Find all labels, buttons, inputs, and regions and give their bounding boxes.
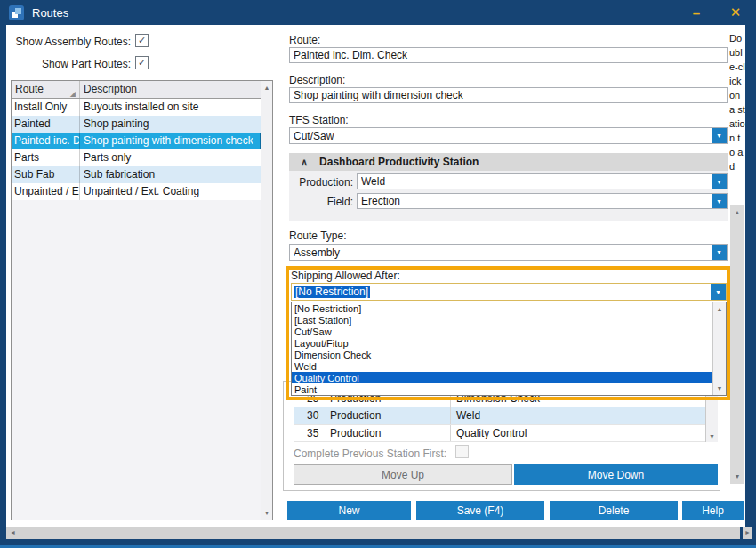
description-field-label: Description: [289, 74, 345, 86]
scroll-up-icon[interactable]: ▲ [730, 209, 744, 215]
tfs-station-value: Cut/Saw [294, 128, 711, 143]
scroll-down-icon[interactable]: ▼ [706, 433, 718, 439]
dropdown-scrollbar[interactable]: ▲ ▼ [712, 302, 726, 395]
show-assembly-routes-label: Show Assembly Routes: [11, 36, 131, 48]
station-seq-cell: 30 [294, 407, 326, 423]
table-row[interactable]: Unpainted / Ext Unpainted / Ext. Coating [12, 183, 261, 200]
title-bar: Routes – ✕ [0, 0, 756, 25]
help-button[interactable]: Help [682, 501, 744, 520]
stations-table: 25 Production Dimension Check 30 Product… [294, 391, 718, 442]
route-cell: Unpainted / Ext [12, 183, 80, 200]
new-button[interactable]: New [287, 501, 411, 520]
table-row[interactable]: Painted Shop painting [12, 116, 261, 133]
table-empty-area [12, 200, 261, 520]
scroll-left-icon[interactable]: ◄ [10, 529, 16, 536]
production-label: Production: [291, 176, 353, 189]
routes-table: Route ◢ Description Install Only Buyouts… [11, 80, 273, 520]
route-cell: Painted [12, 116, 80, 133]
description-cell: Shop painting [80, 116, 261, 133]
station-name-cell: Weld [451, 409, 705, 422]
dropdown-option[interactable]: Dimension Check [292, 349, 712, 360]
description-cell: Buyouts installed on site [80, 99, 261, 116]
field-value: Erection [361, 194, 711, 208]
route-cell: Sub Fab [12, 166, 80, 183]
route-input[interactable]: Painted inc. Dim. Check [289, 47, 728, 63]
dropdown-option[interactable]: Layout/Fitup [292, 337, 712, 349]
station-row[interactable]: 35 Production Quality Control [294, 425, 705, 442]
side-note-text: Double-click on a station to ad [729, 31, 745, 206]
horizontal-scrollbar-track[interactable]: ◄ [6, 527, 740, 539]
dashboard-section-title: Dashboard Productivity Station [319, 156, 479, 168]
station-type-cell: Production [326, 407, 451, 423]
station-type-cell: Production [326, 425, 451, 441]
description-input[interactable]: Shop painting with dimension check [289, 87, 728, 103]
chevron-down-icon[interactable]: ▼ [712, 128, 727, 143]
tfs-station-combobox[interactable]: Cut/Saw ▼ [289, 127, 728, 144]
chevron-down-icon[interactable]: ▼ [712, 194, 727, 208]
table-row[interactable]: Sub Fab Sub fabrication [12, 166, 261, 183]
scroll-right-cell[interactable]: ► [743, 527, 752, 539]
app-icon [9, 5, 24, 20]
sort-ascending-icon: ◢ [70, 85, 76, 102]
shipping-allowed-after-combobox[interactable]: [No Restriction] ▼ [291, 283, 727, 301]
column-header-route-label: Route [15, 83, 44, 95]
scroll-down-icon[interactable]: ▼ [713, 385, 726, 391]
window-title: Routes [32, 6, 68, 20]
column-header-route[interactable]: Route ◢ [12, 81, 80, 98]
stations-table-scrollbar[interactable]: ▼ [705, 391, 718, 442]
station-seq-cell: 35 [294, 425, 326, 441]
scroll-right-icon[interactable]: ► [744, 529, 751, 536]
save-button[interactable]: Save (F4) [416, 501, 544, 520]
chevron-down-icon[interactable]: ▼ [712, 245, 727, 260]
show-assembly-routes-checkbox[interactable]: ✓ [135, 34, 149, 47]
table-row[interactable]: Parts Parts only [12, 149, 261, 166]
dashboard-section-header[interactable]: ∧ Dashboard Productivity Station [289, 153, 728, 171]
dropdown-option-highlighted[interactable]: Quality Control [292, 372, 712, 383]
field-combobox[interactable]: Erection ▼ [357, 193, 728, 209]
shipping-allowed-after-label: Shipping Allowed After: [291, 270, 400, 282]
close-icon[interactable]: ✕ [722, 0, 749, 25]
production-combobox[interactable]: Weld ▼ [357, 173, 728, 189]
chevron-down-icon[interactable]: ▼ [712, 174, 727, 189]
minimize-icon[interactable]: – [683, 0, 710, 25]
description-cell: Sub fabrication [80, 166, 261, 183]
production-value: Weld [361, 174, 711, 189]
routes-dialog: Routes – ✕ Show Assembly Routes: ✓ Show … [0, 0, 756, 548]
dropdown-option[interactable]: Paint [292, 383, 712, 395]
horizontal-scrollbar[interactable]: ◄ ► [6, 527, 752, 539]
show-part-routes-checkbox[interactable]: ✓ [135, 56, 149, 69]
station-row[interactable]: 30 Production Weld [294, 407, 705, 424]
table-row-selected[interactable]: Painted inc. Di Shop painting with dimen… [12, 133, 261, 149]
description-cell: Shop painting with dimension check [80, 133, 261, 149]
dropdown-option[interactable]: [Last Station] [292, 314, 712, 326]
route-cell: Parts [12, 149, 80, 166]
delete-button[interactable]: Delete [550, 501, 678, 520]
dropdown-option[interactable]: [No Restriction] [292, 302, 712, 314]
scroll-down-icon[interactable]: ▼ [261, 510, 272, 516]
collapse-icon[interactable]: ∧ [301, 157, 308, 168]
route-type-value: Assembly [294, 245, 711, 260]
scroll-up-icon[interactable]: ▲ [713, 306, 726, 312]
route-cell: Painted inc. Di [12, 133, 80, 149]
shipping-dropdown-list: [No Restriction] [Last Station] Cut/Saw … [291, 302, 727, 396]
station-name-cell: Quality Control [451, 427, 705, 439]
column-header-description-label: Description [84, 83, 137, 95]
routes-table-scrollbar[interactable]: ▲ ▼ [261, 81, 272, 520]
dialog-content: Show Assembly Routes: ✓ Show Part Routes… [6, 25, 745, 527]
table-row[interactable]: Install Only Buyouts installed on site [12, 99, 261, 116]
route-type-label: Route Type: [289, 230, 347, 242]
side-panel-scrollbar[interactable]: ▲ ▼ [730, 205, 744, 484]
chevron-down-icon[interactable]: ▼ [711, 284, 726, 300]
route-type-combobox[interactable]: Assembly ▼ [289, 244, 728, 261]
dropdown-option[interactable]: Weld [292, 360, 712, 372]
scroll-up-icon[interactable]: ▲ [261, 85, 272, 91]
description-cell: Unpainted / Ext. Coating [80, 183, 261, 200]
show-part-routes-label: Show Part Routes: [11, 58, 131, 70]
column-header-description[interactable]: Description [80, 81, 261, 98]
routes-table-header[interactable]: Route ◢ Description [12, 81, 261, 99]
description-cell: Parts only [80, 149, 261, 166]
shipping-allowed-after-value: [No Restriction] [294, 286, 370, 298]
dropdown-option[interactable]: Cut/Saw [292, 326, 712, 337]
field-label: Field: [291, 196, 353, 208]
scroll-down-icon[interactable]: ▼ [730, 473, 744, 480]
